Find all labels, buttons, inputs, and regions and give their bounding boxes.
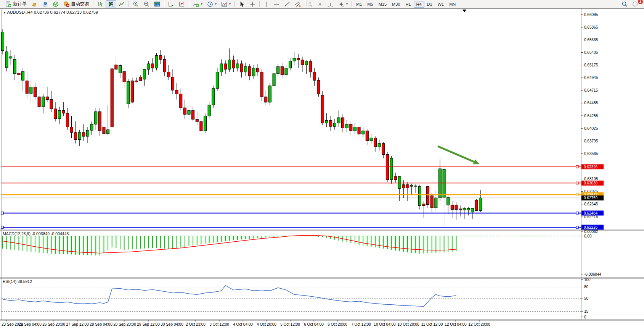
timeframe-m5-button[interactable]: M5 (365, 1, 376, 8)
vertical-line-button[interactable] (261, 0, 271, 8)
candle-body (111, 69, 113, 127)
text-label-button[interactable]: T (325, 0, 336, 8)
indicators-button[interactable]: ▾ (191, 0, 205, 8)
new-order-button[interactable]: 新订单 (3, 0, 29, 8)
candle-body (447, 197, 450, 205)
chart-canvas[interactable]: 0.660950.658650.656350.654050.651750.649… (0, 0, 644, 328)
periods-dropdown-caret[interactable]: ▾ (215, 2, 217, 6)
timeframe-w1-button[interactable]: W1 (435, 1, 447, 8)
arrows-dropdown-caret[interactable]: ▾ (346, 2, 348, 6)
auto-scroll-button[interactable] (166, 0, 177, 8)
vertical-line-icon (263, 1, 269, 7)
candle-body (422, 204, 425, 205)
symbol-period-label: AUDUSD-,H4 (7, 10, 32, 15)
timeframe-mn-button[interactable]: MN (446, 1, 458, 8)
templates-dropdown-caret[interactable]: ▾ (229, 2, 231, 6)
tile-windows-button[interactable] (152, 0, 162, 8)
autotrading-button[interactable]: 自动交易 (61, 0, 92, 8)
svg-text:A: A (318, 2, 321, 7)
svg-text:T: T (329, 2, 332, 6)
candle-body (78, 132, 81, 140)
candle-body (281, 66, 283, 75)
toolbar-separator (259, 1, 260, 7)
price-line-handle-support-lower[interactable] (1, 226, 3, 228)
rsi-axis-label: 50 (584, 296, 589, 301)
charts-button[interactable] (40, 0, 50, 8)
price-line-handle-ask-line[interactable] (576, 194, 578, 196)
search-button[interactable] (619, 0, 630, 8)
candle-body (248, 66, 251, 76)
candle-body (212, 89, 215, 105)
candle-body (285, 68, 287, 75)
price-line-handle-support-upper[interactable] (1, 212, 3, 214)
fibonacci-button[interactable]: F (304, 0, 315, 8)
market-watch-button[interactable] (29, 0, 40, 8)
timeframe-h4-button[interactable]: H4 (414, 1, 424, 8)
candle-body (208, 105, 210, 116)
price-axis-tick-label: 0.63105 (584, 177, 598, 181)
candle-body (196, 119, 198, 121)
candle-body (228, 60, 231, 69)
time-axis-label: 5 Oct 12:00 (280, 322, 300, 326)
tile-windows-icon (154, 1, 160, 7)
arrows-button[interactable]: ▾ (336, 0, 350, 8)
zoom-in-button[interactable] (130, 0, 141, 8)
main-toolbar: 新订单 自动 (0, 0, 644, 8)
candlestick-chart-button[interactable] (106, 0, 116, 8)
price-axis-tick-label: 0.63795 (584, 139, 598, 143)
price-line-handle-resistance-lower[interactable] (576, 182, 578, 184)
candle-body (50, 100, 53, 109)
svg-text:F: F (311, 5, 312, 7)
line-chart-button[interactable] (116, 0, 127, 8)
candle-body (107, 130, 109, 134)
candle-body (224, 64, 227, 69)
price-line-handle-support-lower[interactable] (576, 226, 578, 228)
cursor-button[interactable] (236, 0, 247, 8)
timeframe-m15-button[interactable]: M15 (376, 1, 389, 8)
toolbar-separator (189, 1, 189, 7)
candle-body (38, 97, 40, 107)
candle-body (345, 124, 348, 128)
candle-body (305, 61, 308, 65)
candle-body (268, 86, 271, 102)
signal-icon (53, 1, 59, 7)
candle-body (62, 110, 65, 113)
templates-button[interactable]: ▾ (219, 0, 233, 8)
autotrading-label: 自动交易 (71, 1, 89, 7)
time-axis-label: 4 Oct 20:00 (257, 322, 276, 326)
timeframe-d1-button[interactable]: D1 (424, 1, 435, 8)
price-label-text-support-lower: 0.62226 (584, 225, 598, 229)
periods-button[interactable]: ▾ (205, 0, 219, 8)
toolbar-grip[interactable] (1, 1, 2, 7)
bar-chart-icon (97, 1, 103, 7)
price-line-handle-support-upper[interactable] (576, 212, 578, 214)
notifications-button[interactable]: 1 (630, 0, 641, 8)
price-axis-tick-label: 0.64025 (584, 126, 598, 131)
zoom-out-button[interactable] (141, 0, 152, 8)
signals-button[interactable] (50, 0, 61, 8)
chart-shift-button[interactable] (177, 0, 187, 8)
crosshair-button[interactable] (247, 0, 258, 8)
candle-body (66, 113, 69, 127)
equidistant-channel-button[interactable]: E (292, 0, 304, 8)
text-button[interactable]: A (315, 0, 325, 8)
timeframe-m1-button[interactable]: M1 (353, 1, 365, 8)
price-axis-tick-label: 0.65635 (584, 38, 598, 42)
bar-chart-button[interactable] (95, 0, 106, 8)
timeframe-m30-button[interactable]: M30 (389, 1, 403, 8)
new-order-label: 新订单 (13, 1, 27, 7)
candle-body (155, 55, 158, 68)
candle-body (95, 111, 97, 124)
indicators-dropdown-caret[interactable]: ▾ (201, 2, 202, 6)
trendline-button[interactable] (282, 0, 292, 8)
text-label-icon: T (328, 1, 334, 7)
symbol-dropdown-icon[interactable]: ▼ (3, 11, 6, 15)
horizontal-line-button[interactable] (271, 0, 282, 8)
candle-body (309, 61, 312, 72)
timeframe-h1-button[interactable]: H1 (403, 1, 413, 8)
candle-body (260, 72, 263, 97)
candle-body (163, 60, 166, 72)
candle-body (131, 81, 133, 102)
candle-body (123, 71, 125, 82)
price-line-handle-resistance-upper[interactable] (576, 166, 578, 168)
